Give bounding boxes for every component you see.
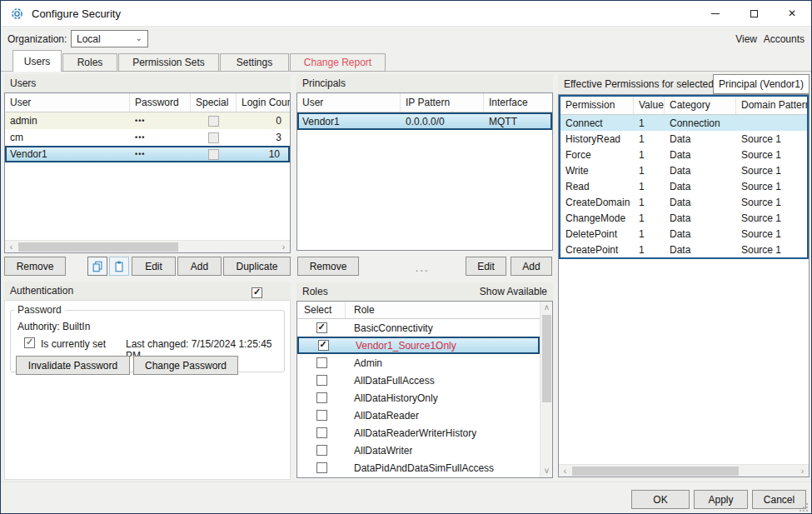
col-value[interactable]: Value [634, 97, 665, 114]
scroll-right-icon[interactable]: › [796, 465, 809, 477]
copy-icon [92, 261, 103, 272]
col-user[interactable]: User [297, 93, 401, 112]
col-password[interactable]: Password [130, 93, 191, 112]
footer-bar: OK Apply Cancel [1, 482, 811, 514]
users-add-button[interactable]: Add [177, 257, 222, 276]
permissions-horizontal-scrollbar[interactable]: ‹ › [559, 464, 809, 477]
permission-row[interactable]: HistoryRead 1 Data Source 1 [560, 131, 807, 147]
scroll-down-icon[interactable]: ˅ [541, 465, 553, 477]
tab-change-report[interactable]: Change Report [290, 53, 386, 72]
scrollbar-thumb[interactable] [18, 242, 178, 252]
menu-view[interactable]: View [735, 33, 757, 45]
principals-edit-button[interactable]: Edit [466, 257, 506, 276]
show-available-checkbox[interactable] [252, 287, 262, 298]
special-checkbox[interactable] [208, 149, 219, 160]
user-row-vendor1-selected[interactable]: Vendor1 ••• 10 [5, 146, 290, 162]
user-row-cm[interactable]: cm ••• 3 [5, 129, 290, 146]
role-checkbox[interactable] [316, 375, 327, 386]
permission-row[interactable]: Write 1 Data Source 1 [560, 162, 807, 178]
role-row[interactable]: Admin [297, 354, 540, 372]
change-password-button[interactable]: Change Password [133, 356, 238, 375]
users-duplicate-button[interactable]: Duplicate [223, 257, 291, 276]
permission-name: Write [560, 165, 634, 177]
users-remove-button[interactable]: Remove [4, 257, 66, 276]
users-horizontal-scrollbar[interactable]: ‹ › [5, 240, 290, 252]
invalidate-password-button[interactable]: Invalidate Password [16, 356, 130, 375]
permission-row[interactable]: ChangeMode 1 Data Source 1 [560, 210, 807, 226]
roles-vertical-scrollbar[interactable]: ˄ ˅ [540, 302, 552, 477]
principals-remove-button[interactable]: Remove [297, 257, 359, 276]
users-edit-button[interactable]: Edit [132, 257, 176, 276]
ok-button[interactable]: OK [631, 490, 690, 509]
authority-label: Authority: BuiltIn [17, 321, 90, 332]
is-currently-set-checkbox[interactable] [24, 337, 35, 348]
permission-value: 1 [634, 181, 665, 192]
users-table: User Password Special Login Count admin … [4, 92, 291, 253]
permission-row[interactable]: CreateDomain 1 Data Source 1 [560, 194, 807, 210]
col-permission[interactable]: Permission [560, 97, 634, 114]
organization-select[interactable]: Local ⌄ [71, 30, 148, 47]
user-row-admin[interactable]: admin ••• 0 [5, 112, 290, 129]
role-row[interactable]: AllDataReaderWriterHistory [297, 424, 540, 442]
organization-label: Organization: [7, 33, 67, 45]
role-row[interactable]: AllDataWriter [297, 442, 540, 459]
permission-row[interactable]: CreatePoint 1 Data Source 1 [560, 242, 807, 257]
col-login-count[interactable]: Login Count [237, 93, 290, 112]
scrollbar-thumb[interactable] [572, 467, 739, 476]
role-row-selected[interactable]: Vendor1_Source1Only [297, 337, 540, 354]
role-checkbox[interactable] [316, 410, 327, 421]
col-role[interactable]: Role [346, 302, 552, 318]
role-row[interactable]: AllDataHistoryOnly [297, 389, 540, 407]
paste-icon [113, 261, 125, 272]
resize-grip[interactable] [798, 502, 809, 512]
col-domain-pattern[interactable]: Domain Pattern [736, 97, 807, 114]
scroll-up-icon[interactable]: ˄ [541, 302, 553, 314]
close-button[interactable]: ✕ [773, 1, 811, 26]
menu-accounts[interactable]: Accounts [764, 33, 805, 45]
copy-button[interactable] [87, 257, 107, 276]
scroll-left-icon[interactable]: ‹ [559, 465, 571, 477]
maximize-button[interactable] [735, 1, 773, 26]
role-row[interactable]: AllDataFullAccess [297, 372, 540, 389]
tab-users[interactable]: Users [12, 50, 62, 72]
principals-add-button[interactable]: Add [511, 257, 552, 276]
col-category[interactable]: Category [665, 97, 736, 114]
role-checkbox[interactable] [316, 357, 327, 368]
tab-permission-sets[interactable]: Permission Sets [118, 53, 219, 72]
col-ip-pattern[interactable]: IP Pattern [401, 93, 484, 112]
permission-row[interactable]: Read 1 Data Source 1 [560, 178, 807, 194]
col-user[interactable]: User [5, 93, 130, 112]
role-row[interactable]: DataPidAndDataSimFullAccess [297, 459, 540, 477]
principal-row-vendor1-selected[interactable]: Vendor1 0.0.0.0/0 MQTT [297, 112, 552, 130]
tab-settings[interactable]: Settings [220, 53, 289, 72]
is-currently-set-label: Is currently set [41, 338, 106, 350]
paste-button[interactable] [109, 257, 129, 276]
scroll-right-icon[interactable]: › [277, 241, 290, 253]
role-checkbox[interactable] [316, 322, 327, 333]
role-checkbox[interactable] [316, 392, 327, 403]
permission-row[interactable]: Force 1 Data Source 1 [560, 147, 807, 162]
col-interface[interactable]: Interface [484, 93, 552, 112]
scrollbar-thumb[interactable] [542, 315, 551, 402]
permission-row[interactable]: DeletePoint 1 Data Source 1 [560, 226, 807, 242]
role-row[interactable]: BasicConnectivity [297, 319, 540, 337]
password-dots: ••• [130, 117, 191, 125]
minimize-button[interactable] [696, 1, 735, 26]
permission-domain: Source 1 [736, 197, 807, 208]
splitter-grip-icon[interactable]: ··· [416, 266, 430, 276]
col-select[interactable]: Select [297, 302, 346, 318]
role-checkbox[interactable] [316, 427, 327, 438]
scroll-left-icon[interactable]: ‹ [5, 241, 17, 253]
role-row[interactable]: AllDataReader [297, 407, 540, 424]
apply-button[interactable]: Apply [694, 490, 748, 509]
permissions-selector-button[interactable]: Principal (Vendor1) [713, 74, 810, 94]
special-checkbox[interactable] [208, 116, 219, 127]
col-special[interactable]: Special [191, 93, 237, 112]
role-checkbox[interactable] [316, 462, 327, 473]
role-checkbox[interactable] [316, 445, 327, 456]
password-group-label: Password [14, 304, 65, 316]
permission-row[interactable]: Connect 1 Connection [560, 115, 807, 131]
special-checkbox[interactable] [208, 132, 219, 143]
tab-roles[interactable]: Roles [62, 53, 117, 72]
role-checkbox[interactable] [318, 340, 329, 351]
